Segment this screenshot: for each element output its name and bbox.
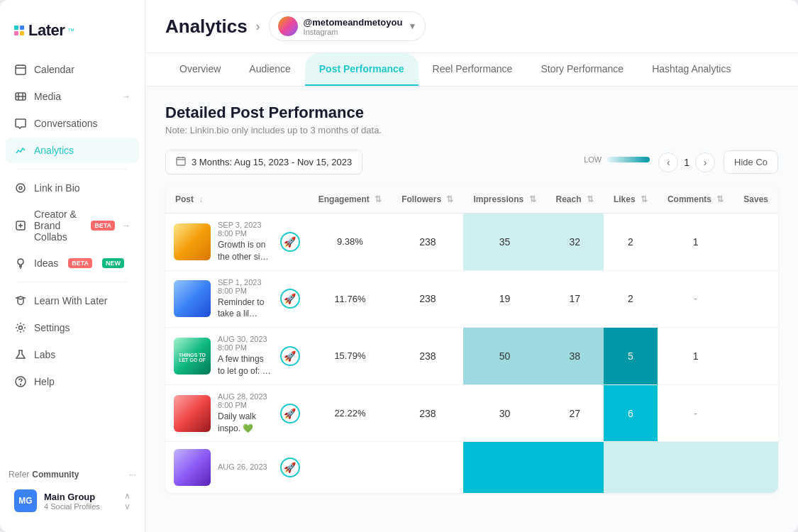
sidebar-item-media[interactable]: Media → (6, 84, 139, 109)
saves-cell (733, 270, 778, 328)
sort-post-icon[interactable]: ↓ (199, 194, 203, 204)
profile-name: @metomeandmetoyou (304, 17, 403, 28)
sidebar-item-learn[interactable]: Learn With Later (6, 288, 139, 314)
impressions-cell: 30 (463, 384, 545, 442)
page-number: 1 (684, 157, 689, 168)
post-thumbnail (174, 223, 211, 260)
engagement-cell: 15.79% (309, 328, 392, 385)
likes-cell (604, 442, 658, 494)
workspace-selector[interactable]: MG Main Group 4 Social Profiles ∧ ∨ (6, 484, 139, 518)
sort-reach-icon[interactable]: ⇅ (587, 194, 594, 204)
pagination: ‹ 1 › (658, 153, 715, 172)
creator-badge: BETA (91, 221, 115, 231)
dropdown-chevron-icon: ▼ (408, 21, 416, 31)
hide-columns-button[interactable]: Hide Co (724, 150, 778, 174)
sidebar-item-labs[interactable]: Labs (6, 342, 139, 367)
post-date: SEP 1, 2023 8:00 PM (218, 278, 273, 295)
svg-point-7 (21, 384, 21, 385)
sidebar-label-learn: Learn With Later (34, 295, 108, 306)
sidebar-item-analytics[interactable]: Analytics (6, 138, 139, 163)
tab-reel-performance[interactable]: Reel Performance (419, 53, 527, 86)
profile-platform: Instagram (304, 28, 403, 36)
tab-hashtag-analytics[interactable]: Hashtag Analytics (638, 53, 745, 86)
breadcrumb-arrow: › (256, 19, 260, 34)
refer-dots-icon[interactable]: ··· (129, 470, 136, 480)
post-info: SEP 1, 2023 8:00 PM Reminder to take a l… (218, 278, 273, 321)
tab-post-performance[interactable]: Post Performance (305, 53, 419, 86)
learn-icon (14, 294, 27, 307)
col-followers: Followers ⇅ (392, 186, 463, 214)
svg-point-3 (16, 184, 25, 192)
engagement-cell: 22.22% (309, 384, 392, 442)
refer-row: Refer Community ··· (0, 465, 145, 484)
post-performance-table: Post ↓ Engagement ⇅ Followers ⇅ Impres (165, 186, 778, 493)
calendar-picker-icon (176, 156, 186, 168)
help-icon (14, 375, 27, 388)
engagement-cell: 9.38% (309, 214, 392, 271)
community-label: Community (32, 470, 79, 480)
sidebar-label-help: Help (34, 376, 55, 387)
saves-cell (733, 384, 778, 442)
logo-icon (14, 26, 24, 35)
ideas-icon (14, 257, 27, 270)
post-cell-3[interactable]: AUG 28, 2023 8:00 PM Daily walk inspo. 💚… (165, 384, 309, 442)
post-cell-0[interactable]: SEP 3, 2023 8:00 PM Growth is on the oth… (165, 214, 309, 271)
creator-arrow: → (122, 221, 131, 231)
page-content-area: Detailed Post Performance Note: Linkin.b… (145, 87, 798, 532)
reach-cell: 27 (546, 384, 604, 442)
sidebar-label-calendar: Calendar (34, 64, 74, 75)
sidebar-nav: Calendar Media → (0, 57, 145, 465)
sidebar-item-conversations[interactable]: Conversations (6, 111, 139, 136)
post-info: AUG 28, 2023 8:00 PM Daily walk inspo. 💚 (218, 392, 273, 435)
sort-comments-icon[interactable]: ⇅ (716, 194, 724, 204)
sort-likes-icon[interactable]: ⇅ (641, 194, 648, 204)
engagement-cell (309, 442, 392, 494)
tab-story-performance[interactable]: Story Performance (526, 53, 638, 86)
post-cell-1[interactable]: SEP 1, 2023 8:00 PM Reminder to take a l… (165, 270, 309, 328)
post-date: AUG 30, 2023 8:00 PM (218, 335, 273, 352)
sidebar-label-analytics: Analytics (34, 145, 74, 156)
post-boost-icon[interactable]: 🚀 (280, 404, 300, 423)
comments-cell: - (658, 384, 733, 442)
sort-engagement-icon[interactable]: ⇅ (375, 194, 382, 204)
post-cell-4[interactable]: AUG 26, 2023 🚀 (165, 442, 309, 494)
analytics-icon (14, 144, 27, 157)
tab-overview[interactable]: Overview (165, 53, 235, 86)
followers-cell: 238 (392, 328, 463, 385)
workspace-name: Main Group (44, 492, 124, 502)
sidebar-item-creator[interactable]: Creator & Brand Collabs BETA → (6, 202, 139, 249)
post-boost-icon[interactable]: 🚀 (280, 232, 300, 252)
post-thumbnail (174, 280, 211, 317)
sidebar-label-conversations: Conversations (34, 118, 98, 129)
table-row: SEP 3, 2023 8:00 PM Growth is on the oth… (165, 214, 778, 271)
post-boost-icon[interactable]: 🚀 (280, 346, 300, 366)
tab-audience[interactable]: Audience (235, 53, 304, 86)
post-boost-icon[interactable]: 🚀 (280, 289, 300, 309)
date-range-picker[interactable]: 3 Months: Aug 15, 2023 - Nov 15, 2023 (165, 150, 362, 174)
post-cell-2[interactable]: THINGS TO LET GO OF AUG 30, 2023 8:00 PM… (165, 328, 309, 385)
sidebar-item-calendar[interactable]: Calendar (6, 57, 139, 82)
sidebar-item-linkinbio[interactable]: Link in Bio (6, 175, 139, 201)
next-page-button[interactable]: › (695, 153, 715, 172)
sidebar-item-help[interactable]: Help (6, 369, 139, 394)
post-date: AUG 26, 2023 (218, 462, 273, 471)
comments-cell: 1 (658, 328, 733, 385)
sort-followers-icon[interactable]: ⇅ (446, 194, 453, 204)
link-icon (14, 182, 27, 194)
saves-cell (733, 214, 778, 271)
workspace-avatar: MG (14, 489, 37, 512)
sidebar-item-ideas[interactable]: Ideas BETA NEW (6, 250, 139, 276)
prev-page-button[interactable]: ‹ (658, 153, 678, 172)
sort-impressions-icon[interactable]: ⇅ (529, 194, 536, 204)
post-boost-icon[interactable]: 🚀 (280, 458, 300, 477)
tabs-bar: Overview Audience Post Performance Reel … (145, 53, 798, 87)
reach-cell: 17 (546, 270, 604, 328)
post-thumbnail (174, 449, 211, 486)
profile-selector[interactable]: @metomeandmetoyou Instagram ▼ (269, 11, 426, 41)
sidebar-divider-1 (17, 169, 128, 170)
workspace-sub: 4 Social Profiles (44, 502, 124, 511)
legend-bar (607, 157, 650, 162)
sidebar-item-settings[interactable]: Settings (6, 315, 139, 340)
col-reach: Reach ⇅ (546, 186, 604, 214)
col-post: Post ↓ (165, 186, 309, 214)
